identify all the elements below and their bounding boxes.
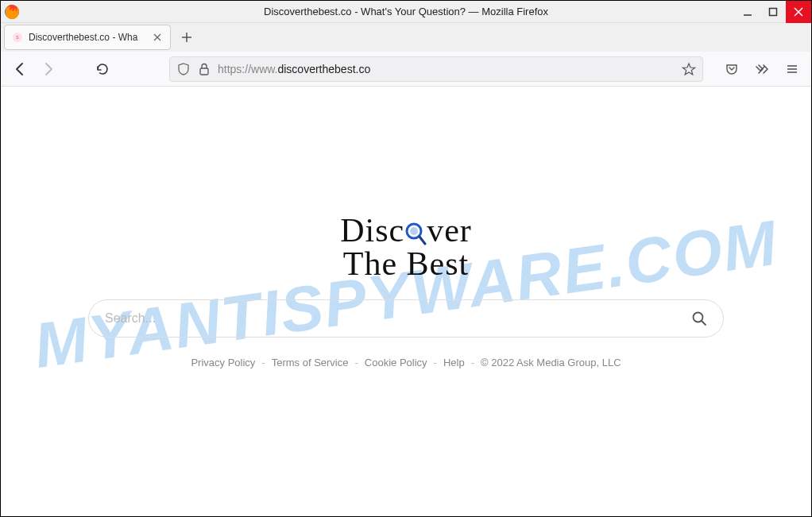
reload-button[interactable] (90, 56, 115, 82)
search-input[interactable] (105, 311, 683, 326)
svg-rect-11 (200, 68, 208, 75)
window-titlebar: Discoverthebest.co - What's Your Questio… (1, 1, 811, 23)
svg-point-19 (694, 313, 703, 322)
bookmark-star-icon[interactable] (682, 62, 696, 76)
link-help[interactable]: Help (443, 357, 465, 368)
copyright-text: © 2022 Ask Media Group, LLC (481, 357, 621, 368)
pocket-button[interactable] (719, 56, 744, 82)
page-content: MYANTISPYWARE.COM Discver The Best Priva… (1, 87, 811, 516)
back-button[interactable] (7, 56, 33, 82)
new-tab-button[interactable] (176, 26, 198, 48)
url-bar[interactable]: https://www.discoverthebest.co (169, 56, 703, 82)
tab-favicon-icon: S (11, 31, 24, 44)
link-privacy[interactable]: Privacy Policy (191, 357, 255, 368)
logo-text-1b: ver (427, 212, 472, 249)
search-page: Discver The Best Privacy Policy - Terms … (1, 87, 811, 516)
window-controls (735, 1, 811, 23)
svg-line-18 (420, 237, 425, 244)
svg-point-17 (410, 227, 418, 235)
tab-title: Discoverthebest.co - Wha (29, 32, 146, 43)
url-prefix: https://www. (218, 63, 277, 75)
svg-rect-2 (770, 9, 777, 16)
url-text[interactable]: https://www.discoverthebest.co (218, 63, 675, 75)
maximize-button[interactable] (760, 1, 786, 23)
tab-strip: S Discoverthebest.co - Wha (1, 23, 811, 52)
logo-text-1a: Disc (340, 212, 404, 249)
url-domain: discoverthebest.co (277, 63, 370, 75)
firefox-icon (1, 1, 23, 23)
link-cookie[interactable]: Cookie Policy (365, 357, 427, 368)
separator: - (355, 357, 358, 368)
browser-toolbar: https://www.discoverthebest.co (1, 52, 811, 87)
logo-magnifier-icon (404, 222, 427, 245)
forward-button[interactable] (36, 56, 61, 82)
search-box[interactable] (88, 299, 724, 338)
separator: - (261, 357, 265, 368)
close-button[interactable] (786, 1, 811, 23)
logo-text-2: The Best (340, 247, 472, 280)
minimize-button[interactable] (735, 1, 760, 23)
separator: - (471, 357, 474, 368)
site-logo: Discver The Best (340, 214, 472, 280)
search-icon[interactable] (691, 311, 707, 326)
browser-tab[interactable]: S Discoverthebest.co - Wha (4, 25, 171, 50)
window-title: Discoverthebest.co - What's Your Questio… (1, 6, 811, 17)
shield-icon[interactable] (176, 62, 191, 76)
lock-icon[interactable] (197, 62, 211, 76)
app-menu-button[interactable] (779, 56, 805, 82)
tab-close-icon[interactable] (151, 31, 164, 44)
footer-links: Privacy Policy - Terms of Service - Cook… (191, 357, 621, 368)
separator: - (434, 357, 437, 368)
link-terms[interactable]: Terms of Service (272, 357, 349, 368)
svg-line-20 (702, 322, 706, 326)
